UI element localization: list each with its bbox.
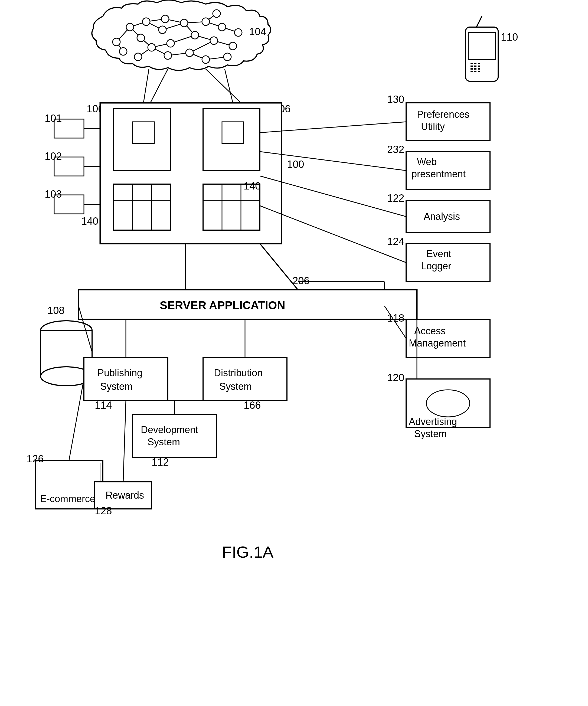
preferences-label2: Utility [421,121,445,132]
svg-point-25 [143,18,150,26]
svg-rect-53 [478,66,480,67]
svg-point-33 [159,26,166,34]
ecommerce-label: E-commerce [40,493,95,504]
svg-line-86 [144,69,149,103]
ref-232: 232 [387,144,404,155]
ref-140b: 140 [244,180,261,192]
svg-point-36 [229,42,237,50]
svg-rect-77 [222,122,244,144]
svg-line-71 [149,69,168,106]
svg-line-120 [69,379,84,460]
svg-line-72 [206,69,244,106]
web-label: Web [417,156,437,167]
distribution-label2: System [219,381,252,392]
svg-point-27 [180,19,188,27]
svg-rect-88 [406,103,490,141]
ref-114: 114 [95,399,112,411]
ref-122: 122 [387,193,404,204]
ref-126: 126 [27,453,44,465]
ref-206: 206 [292,275,309,286]
svg-rect-75 [133,122,154,144]
ref-166: 166 [244,399,261,411]
event-label: Event [426,248,451,259]
svg-rect-57 [471,71,473,72]
svg-point-44 [113,38,120,46]
server-app-label: SERVER APPLICATION [160,299,285,312]
rewards-label: Rewards [106,490,144,501]
svg-point-29 [213,10,220,17]
preferences-label: Preferences [417,109,469,120]
svg-point-26 [161,15,169,23]
ref-128: 128 [95,505,112,516]
svg-rect-110 [133,414,217,458]
svg-point-45 [119,48,127,55]
ref-108: 108 [47,305,65,316]
svg-rect-56 [478,68,480,70]
analysis-label: Analysis [424,211,460,222]
access-label2: Management [409,338,466,349]
ref-130: 130 [387,94,404,105]
svg-rect-47 [468,33,496,60]
svg-rect-78 [114,184,170,230]
svg-point-42 [202,56,209,63]
svg-line-123 [123,401,126,482]
svg-line-87 [225,69,233,103]
advertising-label2: System [414,428,447,439]
ref-112: 112 [152,457,169,468]
svg-point-24 [126,23,134,31]
publishing-label: Publishing [97,367,143,379]
svg-point-112 [426,390,470,417]
web-label2: presentment [411,168,466,180]
ref-101: 101 [45,113,62,124]
svg-point-31 [234,29,242,36]
cloud-ref: 104 [249,26,266,37]
svg-point-43 [224,53,231,61]
ref-124: 124 [387,236,404,247]
svg-point-41 [186,49,193,56]
svg-rect-48 [471,63,473,64]
diagram: 104 110 101 102 [0,0,588,706]
phone-ref: 110 [501,31,518,43]
ref-140a: 140 [81,215,98,227]
ref-102: 102 [45,151,62,162]
svg-rect-52 [474,66,476,67]
svg-point-39 [134,53,142,61]
fig-label: FIG.1A [222,543,273,561]
svg-point-28 [202,18,209,26]
svg-point-40 [164,52,172,59]
svg-rect-54 [471,68,473,70]
svg-point-38 [167,40,174,47]
access-label: Access [414,325,445,337]
svg-point-35 [210,37,218,44]
svg-point-34 [191,31,199,39]
ref-100: 100 [287,159,304,170]
ref-103: 103 [45,188,62,200]
svg-point-37 [148,44,155,51]
development-label: Development [141,424,198,435]
distribution-label: Distribution [214,367,263,379]
svg-point-32 [137,34,145,42]
development-label2: System [148,436,180,447]
svg-rect-58 [474,71,476,72]
svg-line-98 [260,244,298,290]
publishing-label2: System [100,381,133,392]
svg-rect-108 [84,357,168,401]
svg-rect-119 [38,463,100,490]
svg-rect-50 [478,63,480,64]
advertising-label: Advertising [409,416,457,427]
svg-rect-109 [203,357,287,401]
svg-line-60 [476,16,482,27]
svg-rect-51 [471,66,473,67]
svg-rect-49 [474,63,476,64]
ref-120: 120 [387,372,404,383]
svg-point-30 [218,23,226,31]
svg-rect-59 [478,71,480,72]
svg-rect-55 [474,68,476,70]
event-label2: Logger [421,261,451,272]
